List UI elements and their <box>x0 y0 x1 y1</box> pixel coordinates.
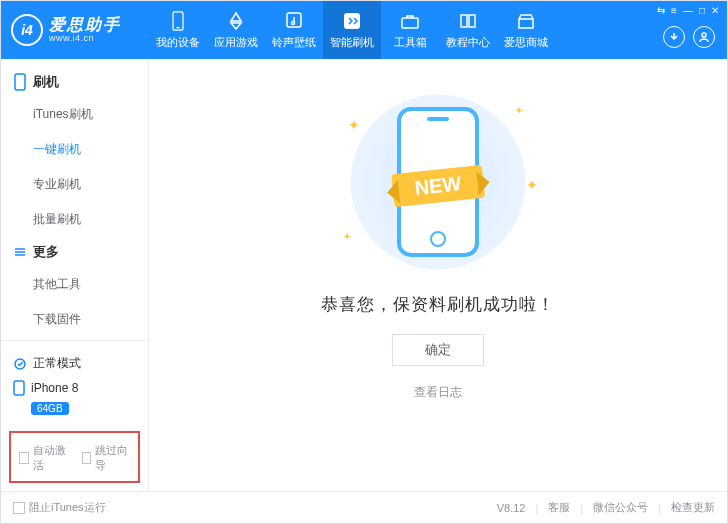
nav-flash[interactable]: 智能刷机 <box>323 1 381 59</box>
status-mode-row[interactable]: 正常模式 <box>13 351 136 376</box>
svg-rect-12 <box>14 381 24 395</box>
nav-label: 爱思商城 <box>504 35 548 50</box>
success-message: 恭喜您，保资料刷机成功啦！ <box>149 293 727 316</box>
checkbox-label: 跳过向导 <box>95 443 130 473</box>
sidebar-section-more[interactable]: 更多 <box>1 237 148 267</box>
check-update-link[interactable]: 检查更新 <box>671 500 715 515</box>
sidebar-item-itunes-flash[interactable]: iTunes刷机 <box>33 97 148 132</box>
titlebar-controls: ⇆ ≡ — □ ✕ <box>627 1 727 59</box>
nav-label: 铃声壁纸 <box>272 35 316 50</box>
nav-label: 教程中心 <box>446 35 490 50</box>
nav-tutorials[interactable]: 教程中心 <box>439 1 497 59</box>
skip-guide-checkbox[interactable]: 跳过向导 <box>82 443 131 473</box>
device-icon <box>167 10 189 32</box>
lock-icon[interactable]: ⇆ <box>657 5 665 16</box>
wechat-link[interactable]: 微信公众号 <box>593 500 648 515</box>
svg-rect-5 <box>402 18 418 28</box>
apps-icon <box>225 10 247 32</box>
sidebar-section-title: 更多 <box>33 243 59 261</box>
sidebar-item-other-tools[interactable]: 其他工具 <box>33 267 148 302</box>
nav-label: 工具箱 <box>394 35 427 50</box>
checkbox-label: 自动激活 <box>33 443 68 473</box>
menu-icon[interactable]: ≡ <box>671 5 677 16</box>
user-icon[interactable] <box>693 26 715 48</box>
music-icon <box>283 10 305 32</box>
sidebar-section-title: 刷机 <box>33 73 59 91</box>
flash-icon <box>341 10 363 32</box>
store-icon <box>515 10 537 32</box>
header-bar: i4 爱思助手 www.i4.cn 我的设备 应用游戏 铃声壁纸 智能刷机 工具… <box>1 1 727 59</box>
status-mode: 正常模式 <box>33 355 81 372</box>
minimize-icon[interactable]: — <box>683 5 693 16</box>
nav-label: 应用游戏 <box>214 35 258 50</box>
status-device-row[interactable]: iPhone 8 <box>13 376 136 400</box>
main-content: ✦ ✦ ✦ ✦ NEW 恭喜您，保资料刷机成功啦！ 确定 查看日志 <box>149 59 727 491</box>
support-link[interactable]: 客服 <box>548 500 570 515</box>
sidebar-section-flash[interactable]: 刷机 <box>1 67 148 97</box>
bottom-options-highlight: 自动激活 跳过向导 <box>9 431 140 483</box>
book-icon <box>457 10 479 32</box>
nav-label: 我的设备 <box>156 35 200 50</box>
brand-block: i4 爱思助手 www.i4.cn <box>1 1 149 59</box>
brand-url: www.i4.cn <box>49 33 121 43</box>
auto-activate-checkbox[interactable]: 自动激活 <box>19 443 68 473</box>
maximize-icon[interactable]: □ <box>699 5 705 16</box>
svg-point-3 <box>292 22 295 25</box>
block-itunes-checkbox[interactable]: 阻止iTunes运行 <box>13 500 106 515</box>
sidebar-item-batch-flash[interactable]: 批量刷机 <box>33 202 148 237</box>
status-device: iPhone 8 <box>31 381 78 395</box>
nav-apps[interactable]: 应用游戏 <box>207 1 265 59</box>
svg-rect-7 <box>15 74 25 90</box>
storage-badge: 64GB <box>31 402 69 415</box>
brand-name: 爱思助手 <box>49 17 121 33</box>
version-label: V8.12 <box>497 502 526 514</box>
checkbox-label: 阻止iTunes运行 <box>29 500 106 515</box>
nav-ringtones[interactable]: 铃声壁纸 <box>265 1 323 59</box>
view-log-link[interactable]: 查看日志 <box>149 384 727 401</box>
svg-point-6 <box>702 33 706 37</box>
nav-store[interactable]: 爱思商城 <box>497 1 555 59</box>
success-illustration: ✦ ✦ ✦ ✦ NEW <box>328 87 548 277</box>
ok-button[interactable]: 确定 <box>392 334 484 366</box>
brand-logo-icon: i4 <box>11 14 43 46</box>
download-icon[interactable] <box>663 26 685 48</box>
device-status-panel: 正常模式 iPhone 8 64GB <box>1 340 148 425</box>
close-icon[interactable]: ✕ <box>711 5 719 16</box>
top-nav: 我的设备 应用游戏 铃声壁纸 智能刷机 工具箱 教程中心 爱思商城 <box>149 1 627 59</box>
nav-my-device[interactable]: 我的设备 <box>149 1 207 59</box>
sidebar-item-pro-flash[interactable]: 专业刷机 <box>33 167 148 202</box>
nav-toolbox[interactable]: 工具箱 <box>381 1 439 59</box>
nav-label: 智能刷机 <box>330 35 374 50</box>
sidebar-item-download-firmware[interactable]: 下载固件 <box>33 302 148 337</box>
sidebar-item-oneclick-flash[interactable]: 一键刷机 <box>33 132 148 167</box>
toolbox-icon <box>399 10 421 32</box>
footer-bar: 阻止iTunes运行 V8.12 | 客服 | 微信公众号 | 检查更新 <box>1 491 727 523</box>
sidebar: 刷机 iTunes刷机 一键刷机 专业刷机 批量刷机 更多 其他工具 下载固件 … <box>1 59 149 491</box>
